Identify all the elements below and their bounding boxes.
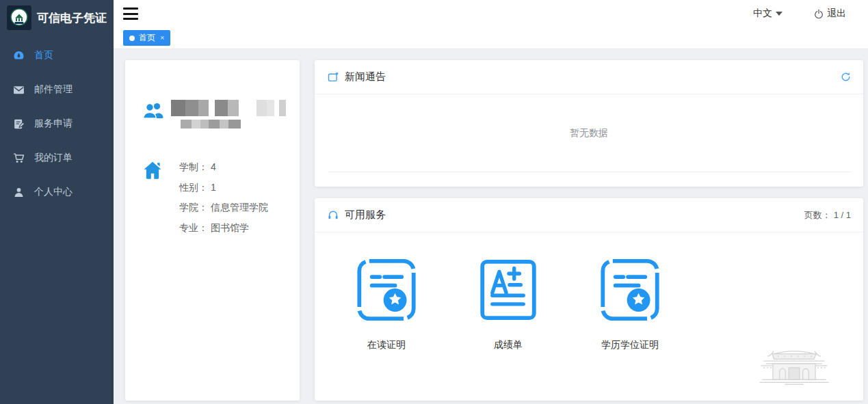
certificate-star-icon	[600, 258, 660, 321]
dashboard-icon	[12, 49, 25, 62]
pages-label: 页数：	[804, 209, 831, 221]
home-icon	[142, 161, 164, 238]
tab-close-icon[interactable]: ×	[160, 34, 164, 42]
info-label: 专业：	[179, 218, 209, 239]
logout-label: 退出	[827, 8, 846, 20]
language-label: 中文	[753, 8, 772, 20]
transcript-a-plus-icon	[478, 258, 538, 321]
orders-cart-icon	[12, 152, 25, 164]
info-value: 4	[211, 157, 216, 178]
sidebar-item-label: 服务申请	[34, 118, 73, 130]
info-label: 性别：	[179, 178, 209, 198]
certificate-star-icon	[356, 258, 417, 321]
service-label: 在读证明	[367, 339, 406, 351]
pagination-info: 页数： 1 / 1	[804, 209, 851, 221]
info-label: 学院：	[179, 198, 209, 218]
info-value: 1	[211, 178, 216, 198]
chevron-down-icon	[776, 12, 782, 16]
services-card-title: 可用服务	[345, 208, 386, 221]
info-label: 学制：	[179, 157, 209, 178]
news-card: 新闻通告 暂无数据	[315, 60, 863, 187]
tab-active-dot	[129, 36, 135, 41]
info-row-gender: 性别： 1	[179, 178, 268, 198]
services-list: 在读证明	[315, 232, 863, 351]
main-area: 中文 退出 首页 ×	[114, 0, 868, 404]
users-icon	[142, 101, 164, 122]
service-label: 成绩单	[494, 339, 523, 351]
university-seal-icon	[9, 8, 29, 28]
right-column: 新闻通告 暂无数据 可	[315, 60, 863, 401]
sidebar-item-home[interactable]: 首页	[0, 38, 114, 72]
user-row	[142, 100, 300, 129]
language-dropdown[interactable]: 中文	[753, 8, 782, 20]
content-area: 学制： 4 性别： 1 学院： 信息管理学院 专业：	[114, 49, 868, 404]
news-empty-state: 暂无数据	[315, 94, 863, 172]
info-value: 图书馆学	[211, 218, 249, 239]
tab-bar: 首页 ×	[114, 27, 868, 49]
student-info-section: 学制： 4 性别： 1 学院： 信息管理学院 专业：	[142, 157, 300, 238]
profile-card: 学制： 4 性别： 1 学院： 信息管理学院 专业：	[125, 60, 300, 401]
user-name-redacted	[171, 100, 286, 129]
sidebar-nav: 首页 邮件管理 服务申请 我的订单	[0, 36, 114, 209]
sidebar: 可信电子凭证 首页 邮件管理 服务申请	[0, 0, 114, 404]
service-item-degree-certificate[interactable]: 学历学位证明	[569, 258, 691, 351]
info-row-duration: 学制： 4	[179, 157, 268, 178]
refresh-icon[interactable]	[841, 72, 851, 82]
empty-data-text: 暂无数据	[570, 127, 608, 139]
services-card: 可用服务 页数： 1 / 1	[315, 198, 863, 401]
news-divider	[328, 172, 852, 172]
sidebar-item-label: 首页	[34, 49, 53, 62]
info-row-college: 学院： 信息管理学院	[179, 198, 268, 218]
info-row-major: 专业： 图书馆学	[179, 218, 268, 239]
user-id-redacted	[181, 120, 286, 129]
info-value: 信息管理学院	[211, 198, 268, 218]
top-header: 中文 退出	[114, 0, 868, 27]
building-watermark	[754, 343, 834, 392]
sidebar-item-label: 我的订单	[34, 152, 73, 164]
message-icon	[328, 72, 339, 83]
sidebar-item-label: 个人中心	[34, 186, 73, 198]
sidebar-item-mail[interactable]: 邮件管理	[0, 72, 114, 107]
university-logo	[7, 5, 31, 30]
user-icon	[12, 186, 25, 198]
logo-row: 可信电子凭证	[0, 0, 114, 36]
service-label: 学历学位证明	[601, 339, 659, 351]
hamburger-menu-icon[interactable]	[123, 8, 138, 20]
topbar-right: 中文 退出	[753, 8, 858, 20]
headset-icon	[328, 210, 339, 221]
sidebar-item-service-request[interactable]: 服务申请	[0, 107, 114, 141]
service-request-icon	[12, 118, 25, 130]
tab-label: 首页	[139, 32, 155, 44]
power-icon	[814, 9, 824, 18]
student-info-list: 学制： 4 性别： 1 学院： 信息管理学院 专业：	[179, 157, 268, 238]
news-card-title: 新闻通告	[345, 70, 386, 83]
mail-icon	[12, 83, 25, 96]
app-title: 可信电子凭证	[37, 10, 107, 26]
sidebar-item-profile[interactable]: 个人中心	[0, 175, 114, 209]
logout-button[interactable]: 退出	[814, 8, 846, 20]
pages-value: 1 / 1	[834, 210, 851, 220]
service-item-enrollment-certificate[interactable]: 在读证明	[326, 258, 447, 351]
news-card-header: 新闻通告	[315, 60, 863, 94]
app-root: 可信电子凭证 首页 邮件管理 服务申请	[0, 0, 868, 404]
services-card-header: 可用服务 页数： 1 / 1	[315, 198, 863, 232]
sidebar-item-label: 邮件管理	[34, 83, 73, 96]
sidebar-item-orders[interactable]: 我的订单	[0, 141, 114, 175]
tab-home[interactable]: 首页 ×	[123, 30, 170, 46]
service-item-transcript[interactable]: 成绩单	[447, 258, 569, 351]
